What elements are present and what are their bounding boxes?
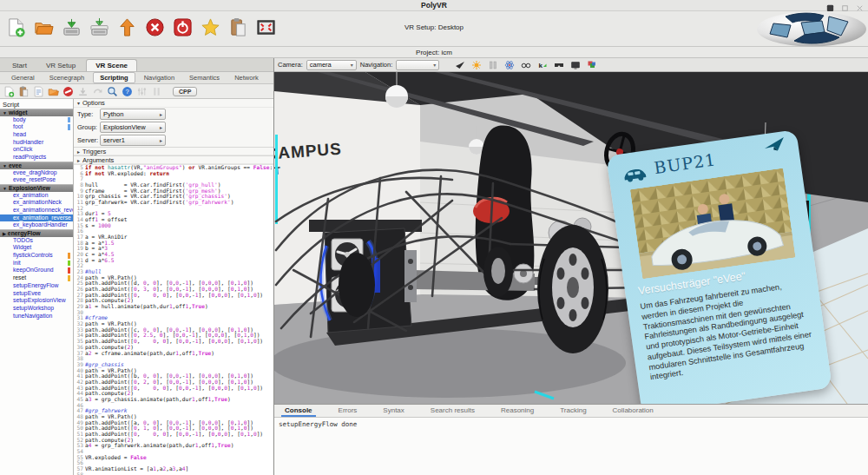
group-select[interactable]: ExplosionView ▸ bbox=[100, 122, 166, 133]
script-group-explosionview[interactable]: ▼ExplosionView bbox=[0, 184, 73, 192]
subtab-scripting[interactable]: Scripting bbox=[93, 72, 135, 83]
script-item-ex-animation[interactable]: ex_animation bbox=[0, 192, 73, 200]
card-photo bbox=[629, 168, 795, 280]
script-group-evee[interactable]: ▼evee bbox=[0, 162, 73, 169]
script-item-ex-keyboardhandler[interactable]: ex_keyboardHandler bbox=[0, 221, 73, 229]
info-card-bup21[interactable]: BUP21 bbox=[606, 129, 832, 404]
columns-icon[interactable] bbox=[488, 60, 498, 70]
keyboard-icon[interactable]: k bbox=[537, 60, 548, 70]
redo-icon[interactable] bbox=[92, 86, 103, 97]
console-tab-console[interactable]: Console bbox=[281, 405, 316, 417]
script-item-widget[interactable]: Widget bbox=[0, 244, 73, 252]
subtab-network[interactable]: Network bbox=[228, 73, 265, 82]
glasses-icon[interactable] bbox=[521, 60, 531, 70]
paste-icon[interactable] bbox=[227, 16, 250, 39]
script-item-setupexplosionview[interactable]: setupExplosionView bbox=[0, 297, 73, 305]
triggers-section-header[interactable]: ▸Triggers bbox=[74, 147, 273, 155]
layers-icon[interactable] bbox=[587, 60, 597, 70]
code-editor[interactable]: 5678910111213141516171819202122232425262… bbox=[74, 164, 273, 475]
script-item-keeponground[interactable]: keepOnGround bbox=[0, 267, 73, 274]
script-item-foot[interactable]: foot bbox=[0, 123, 73, 131]
script-item-ex-animationneck-reverse[interactable]: ex_animationneck_reverse bbox=[0, 207, 73, 214]
navigator-icon[interactable] bbox=[455, 60, 465, 70]
paper-plane-icon[interactable] bbox=[761, 136, 788, 159]
camera-select[interactable]: camera ▾ bbox=[306, 60, 357, 70]
script-delete-icon[interactable] bbox=[62, 86, 74, 97]
script-item-body[interactable]: body bbox=[0, 116, 73, 124]
upload-icon[interactable] bbox=[115, 16, 139, 39]
script-item-evee-resetpose[interactable]: evee_resetPose bbox=[0, 176, 73, 184]
power-icon[interactable] bbox=[171, 16, 194, 39]
console-tab-collaboration[interactable]: Collaboration bbox=[609, 405, 657, 417]
console-tab-search-results[interactable]: Search results bbox=[427, 405, 478, 417]
script-group-icon[interactable] bbox=[48, 86, 59, 97]
pause-icon[interactable] bbox=[151, 86, 162, 97]
subtab-general[interactable]: General bbox=[5, 73, 41, 82]
favorites-icon[interactable] bbox=[199, 16, 222, 39]
code-text[interactable]: if not hasattr(VR,"animGroups") or VR.an… bbox=[85, 165, 273, 475]
new-file-icon[interactable] bbox=[4, 16, 28, 39]
svg-text:k: k bbox=[539, 62, 543, 69]
type-label: Type: bbox=[77, 110, 100, 118]
console-output-area[interactable]: setupEnergyFlow done ✎ bbox=[274, 418, 868, 475]
minimize-icon[interactable] bbox=[825, 1, 835, 10]
script-new-icon[interactable] bbox=[3, 86, 15, 97]
tab-vr-setup[interactable]: VR Setup bbox=[37, 60, 84, 71]
open-folder-icon[interactable] bbox=[32, 16, 56, 39]
script-group-energyflow[interactable]: ▶energyFlow bbox=[0, 229, 73, 237]
arguments-section-header[interactable]: ▸Arguments bbox=[74, 155, 273, 164]
type-select[interactable]: Python ▸ bbox=[100, 109, 166, 120]
help-icon[interactable]: ? bbox=[122, 86, 133, 97]
subtab-navigation[interactable]: Navigation bbox=[138, 73, 181, 82]
script-item-setupworkshop[interactable]: setupWorkshop bbox=[0, 305, 73, 313]
script-item-init[interactable]: init bbox=[0, 260, 73, 267]
script-item-flystickcontrols[interactable]: flystickControls bbox=[0, 252, 73, 260]
save-as-icon[interactable] bbox=[88, 16, 111, 39]
navigation-select[interactable]: ▾ bbox=[396, 60, 439, 70]
script-item-reset[interactable]: reset bbox=[0, 274, 73, 282]
script-item-ex-animationneck[interactable]: ex_animationNeck bbox=[0, 199, 73, 207]
options-section-header[interactable]: ▾Options bbox=[74, 99, 273, 108]
tab-start[interactable]: Start bbox=[3, 60, 36, 71]
script-template-icon[interactable] bbox=[33, 86, 44, 97]
expander-down-icon: ▼ bbox=[3, 110, 7, 115]
3d-viewport[interactable]: CAMPUS T bbox=[274, 72, 868, 404]
script-import-icon[interactable] bbox=[77, 86, 89, 97]
tab-vr-scene[interactable]: VR Scene bbox=[86, 59, 137, 71]
close-icon[interactable] bbox=[143, 16, 167, 39]
script-item-head[interactable]: head bbox=[0, 131, 73, 139]
script-item-setupevee[interactable]: setupEvee bbox=[0, 290, 73, 298]
save-icon[interactable] bbox=[60, 16, 83, 39]
profile-icon[interactable] bbox=[136, 86, 148, 97]
expander-down-icon: ▼ bbox=[3, 186, 7, 191]
polyvr-logo bbox=[756, 11, 867, 47]
script-paste-icon[interactable] bbox=[18, 86, 30, 97]
script-item-setupenergyflow[interactable]: setupEnergyFlow bbox=[0, 282, 73, 290]
server-select[interactable]: server1 ▸ bbox=[100, 135, 166, 146]
status-marker bbox=[68, 253, 70, 259]
subtab-semantics[interactable]: Semantics bbox=[183, 73, 226, 82]
close-window-icon[interactable] bbox=[855, 1, 865, 10]
console-tab-syntax[interactable]: Syntax bbox=[379, 405, 407, 417]
subtab-scenegraph[interactable]: Scenegraph bbox=[43, 73, 90, 82]
script-item-evee-dragndrop[interactable]: evee_dragNdrop bbox=[0, 169, 73, 177]
script-group-widget[interactable]: ▼widget bbox=[0, 109, 73, 116]
sun-icon[interactable] bbox=[471, 60, 482, 70]
screenshot-icon[interactable] bbox=[570, 60, 581, 70]
restore-icon[interactable] bbox=[840, 1, 850, 10]
cpp-toggle-button[interactable]: CPP bbox=[173, 87, 197, 96]
script-item-todos[interactable]: TODOs bbox=[0, 237, 73, 245]
console-tab-reasoning[interactable]: Reasoning bbox=[497, 405, 537, 417]
stereo-icon[interactable] bbox=[554, 60, 564, 70]
search-icon[interactable] bbox=[107, 86, 118, 97]
script-item-onclick[interactable]: onClick bbox=[0, 146, 73, 154]
script-item-readprojects[interactable]: readProjects bbox=[0, 154, 73, 162]
console-tab-tracking[interactable]: Tracking bbox=[556, 405, 589, 417]
script-item-hudhandler[interactable]: hudHandler bbox=[0, 139, 73, 147]
script-item-ex-animation-reverse[interactable]: ex_animation_reverse bbox=[0, 214, 73, 222]
cyan-light-strip bbox=[275, 135, 278, 224]
physics-icon[interactable] bbox=[504, 60, 515, 70]
console-tab-errors[interactable]: Errors bbox=[335, 405, 361, 417]
script-item-tunenavigation[interactable]: tuneNavigation bbox=[0, 313, 73, 320]
expander-down-icon: ▾ bbox=[77, 101, 80, 106]
